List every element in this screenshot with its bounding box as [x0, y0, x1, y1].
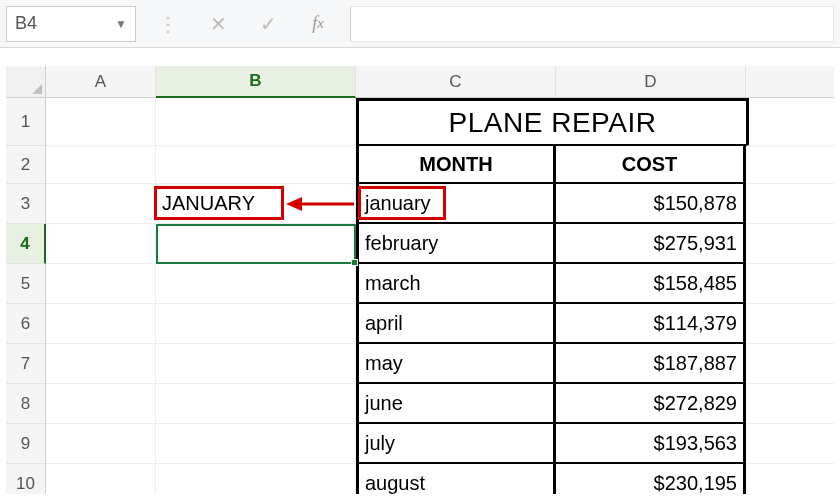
cell-d7[interactable]: $187,887: [556, 344, 746, 384]
cell-a5[interactable]: [46, 264, 156, 304]
row-header[interactable]: 4: [6, 224, 46, 264]
cell-c3[interactable]: january: [356, 184, 556, 224]
cell-c9[interactable]: july: [356, 424, 556, 464]
row-header[interactable]: 3: [6, 184, 46, 224]
cell-e3[interactable]: [746, 184, 834, 224]
cell-a9[interactable]: [46, 424, 156, 464]
formula-result: JANUARY: [162, 192, 255, 215]
cell-b5[interactable]: [156, 264, 356, 304]
cell-a6[interactable]: [46, 304, 156, 344]
cell-e9[interactable]: [746, 424, 834, 464]
name-box[interactable]: B4 ▼: [6, 6, 136, 42]
formula-bar: B4 ▼ ⋮ ✕ ✓ fx: [0, 0, 840, 48]
cell-d4[interactable]: $275,931: [556, 224, 746, 264]
col-header-cost[interactable]: COST: [556, 146, 746, 184]
cell-e1[interactable]: [746, 98, 834, 146]
cell-b10[interactable]: [156, 464, 356, 494]
col-header-d[interactable]: D: [556, 66, 746, 98]
cell-a7[interactable]: [46, 344, 156, 384]
cell-d6[interactable]: $114,379: [556, 304, 746, 344]
cell-c8[interactable]: june: [356, 384, 556, 424]
spreadsheet-grid[interactable]: A B C D E 1 PLANE REPAIR 2 MONTH COST: [6, 66, 834, 494]
cell-b3[interactable]: JANUARY: [156, 184, 356, 224]
cell-c5[interactable]: march: [356, 264, 556, 304]
cell-e2[interactable]: [746, 146, 834, 184]
cell-b2[interactable]: [156, 146, 356, 184]
cell-e8[interactable]: [746, 384, 834, 424]
cell-e10[interactable]: [746, 464, 834, 494]
cell-b8[interactable]: [156, 384, 356, 424]
col-header-month[interactable]: MONTH: [356, 146, 556, 184]
col-header-a[interactable]: A: [46, 66, 156, 98]
cell-d9[interactable]: $193,563: [556, 424, 746, 464]
cell-a8[interactable]: [46, 384, 156, 424]
row-header[interactable]: 5: [6, 264, 46, 304]
cell-b6[interactable]: [156, 304, 356, 344]
cell-b1[interactable]: [156, 98, 356, 146]
cell-a3[interactable]: [46, 184, 156, 224]
column-headers: A B C D E: [6, 66, 834, 98]
col-header-b[interactable]: B: [156, 66, 356, 98]
cell-a10[interactable]: [46, 464, 156, 494]
cell-b4[interactable]: [156, 224, 356, 264]
formula-input[interactable]: [350, 6, 834, 42]
separator-icon: ⋮: [150, 6, 186, 42]
cell-d3[interactable]: $150,878: [556, 184, 746, 224]
cell-c7[interactable]: may: [356, 344, 556, 384]
name-box-value: B4: [15, 13, 37, 34]
table-title-text: PLANE REPAIR: [449, 107, 657, 139]
cell-a4[interactable]: [46, 224, 156, 264]
cell-d8[interactable]: $272,829: [556, 384, 746, 424]
row-header[interactable]: 2: [6, 146, 46, 184]
row-header[interactable]: 6: [6, 304, 46, 344]
fx-icon[interactable]: fx: [300, 6, 336, 42]
cell-a1[interactable]: [46, 98, 156, 146]
row-header[interactable]: 7: [6, 344, 46, 384]
cell-e5[interactable]: [746, 264, 834, 304]
cell-d5[interactable]: $158,485: [556, 264, 746, 304]
col-header-c[interactable]: C: [356, 66, 556, 98]
table-title[interactable]: PLANE REPAIR: [356, 98, 746, 146]
enter-icon[interactable]: ✓: [250, 6, 286, 42]
col-header-e[interactable]: E: [746, 66, 834, 98]
cell-b7[interactable]: [156, 344, 356, 384]
cell-e7[interactable]: [746, 344, 834, 384]
select-all-corner[interactable]: [6, 66, 46, 98]
dropdown-icon[interactable]: ▼: [115, 17, 127, 31]
cell-c6[interactable]: april: [356, 304, 556, 344]
cell-c10[interactable]: august: [356, 464, 556, 494]
row-header[interactable]: 8: [6, 384, 46, 424]
entered-cell-underline: [156, 224, 356, 226]
cell-e6[interactable]: [746, 304, 834, 344]
cell-e4[interactable]: [746, 224, 834, 264]
row-header[interactable]: 1: [6, 98, 46, 146]
cell-d10[interactable]: $230,195: [556, 464, 746, 494]
cell-a2[interactable]: [46, 146, 156, 184]
cancel-icon[interactable]: ✕: [200, 6, 236, 42]
cell-c4[interactable]: february: [356, 224, 556, 264]
cell-b9[interactable]: [156, 424, 356, 464]
row-header[interactable]: 10: [6, 464, 46, 494]
row-header[interactable]: 9: [6, 424, 46, 464]
